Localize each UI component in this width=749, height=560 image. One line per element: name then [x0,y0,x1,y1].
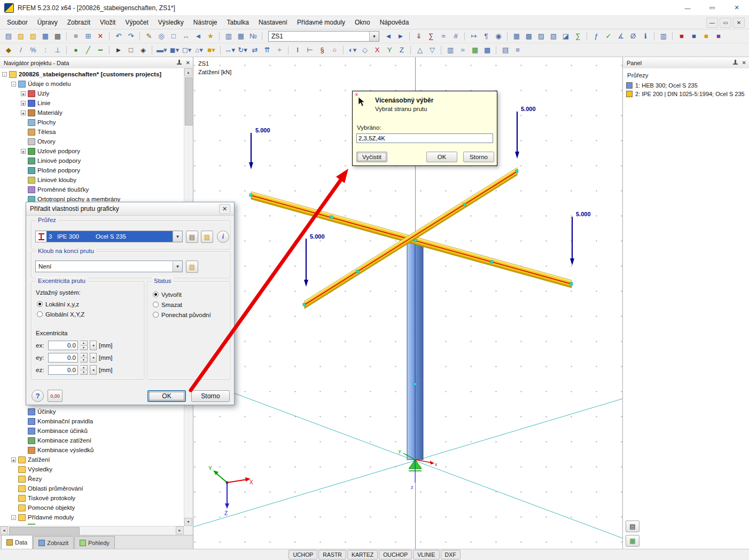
eccentricity-input[interactable]: 0.0 [48,353,78,362]
pin-icon[interactable] [176,60,182,66]
new-section-button[interactable] [201,231,213,243]
mdi-restore-button[interactable]: ▭ [720,18,731,28]
new-hinge-button[interactable] [186,261,198,273]
chevron-down-icon[interactable] [173,231,182,242]
menu-item[interactable]: Vložit [95,17,120,28]
status-toggle[interactable]: RASTR [318,550,346,559]
export-2[interactable]: ■ [688,30,700,42]
tree-item[interactable]: - Údaje o modelu [0,79,184,89]
reference-system-radio[interactable]: Lokální x,y,z [37,299,84,309]
tree-item[interactable]: Plochy [0,117,184,127]
scroll-left-icon[interactable] [0,526,8,534]
show-load-values[interactable]: ∑ [425,30,437,42]
export-4[interactable]: ■ [713,30,724,42]
column-member[interactable] [407,239,423,460]
scroll-up-icon[interactable] [184,68,192,76]
status-radio[interactable]: Vytvořit [153,289,211,299]
menu-item[interactable]: Úpravy [33,17,63,28]
ortho[interactable]: ⊥ [52,44,64,56]
tree-expander[interactable]: + [21,91,26,96]
delete[interactable]: ✕ [95,30,106,42]
close-icon[interactable]: ✕ [742,60,746,66]
status-toggle[interactable]: DXF [441,550,461,559]
guidelines[interactable]: / [15,44,27,56]
background[interactable]: ▩ [481,44,493,56]
eccentricity-input[interactable]: 0.0 [48,365,78,375]
view-y[interactable]: Y [384,44,395,56]
new-file[interactable]: ▤ [3,30,14,42]
navigator-tab[interactable]: Pohledy [74,536,115,549]
spinner[interactable] [80,353,88,362]
ok-button[interactable]: OK [147,390,186,402]
menu-item[interactable]: Výpočet [120,17,153,28]
tree-expander[interactable]: - [2,72,7,77]
close-button[interactable]: ✕ [724,0,749,15]
navigator-horizontal-scrollbar[interactable] [0,526,184,535]
render-transparent[interactable]: ▨ [535,30,547,42]
show-loads[interactable]: ⇓ [413,30,425,42]
tree-item[interactable]: Kombinace účinků [0,426,184,436]
selected-members-input[interactable] [356,133,493,143]
color-scale-button[interactable]: ▦ [626,535,639,547]
scrollbar-thumb[interactable] [185,77,193,125]
spinner[interactable] [80,341,88,350]
cross-section-combo[interactable]: 3 IPE 300 Ocel S 235 [35,231,183,242]
display-panel[interactable]: ▥ [658,30,669,42]
tree-expander[interactable]: - [11,82,16,86]
move-copy[interactable]: ↔▾ [224,44,237,56]
next-load-case[interactable]: ► [395,30,407,42]
dialog-close-button[interactable]: ✕ [219,204,230,214]
tree-item[interactable]: Kombinační pravidla [0,416,184,426]
tree-item[interactable]: + Uzly [0,89,184,98]
scroll-right-icon[interactable] [176,526,184,534]
menu-item[interactable]: Okno [350,17,375,28]
result-diagrams[interactable]: ≈ [457,44,469,56]
export-3[interactable]: ■ [700,30,712,42]
isometric-view[interactable]: △ [414,44,426,56]
model-generator[interactable]: ⌂▾ [193,44,205,56]
tree-item[interactable]: Liniové klouby [0,175,184,185]
open-project[interactable]: ▨ [15,30,27,42]
copy[interactable]: ⊞ [82,30,94,42]
tree-item[interactable]: Výsledky [0,464,184,474]
tree-item[interactable]: + Zatížení [0,455,184,464]
view-z[interactable]: Z [396,44,408,56]
snap-percent[interactable]: % [27,44,39,56]
cross-section-legend-item[interactable]: 1: HEB 300; Ocel S 235 [623,81,749,90]
render-wireframe[interactable]: ▦ [511,30,522,42]
chevron-down-icon[interactable] [369,31,379,41]
open-file[interactable]: ▧ [27,30,39,42]
redo[interactable]: ↷ [125,30,137,42]
cancel-button[interactable]: Storno [463,152,494,162]
tree-item[interactable]: + Materiály [0,108,184,117]
info[interactable]: ℹ [639,30,651,42]
member-section[interactable]: Ⅰ [292,44,303,56]
visibility[interactable]: ◐▾ [347,44,358,56]
generate[interactable]: ƒ [590,30,602,42]
navigator-tab[interactable]: Zobrazit [33,536,74,549]
menu-item[interactable]: Přídavné moduly [292,17,350,28]
eccentricity-input[interactable]: 0.0 [48,341,78,350]
tree-item[interactable]: Tělesa [0,127,184,137]
tree-item[interactable]: Kombinace výsledků [0,445,184,455]
units-settings-button[interactable]: 0,00 [48,390,63,402]
control-panel[interactable]: ▥ [444,44,456,56]
cross-section-legend-item[interactable]: 2: IPE 200 | DIN 1025-5:1994; Ocel S 235 [623,90,749,98]
chevron-down-icon[interactable] [173,261,182,272]
comment[interactable]: ¶ [480,30,492,42]
scrollbar-thumb[interactable] [9,527,80,535]
menu-item[interactable]: Tabulka [222,17,254,28]
previous-view[interactable]: ◄ [192,30,204,42]
print-preview[interactable]: ≡ [70,30,82,42]
table-settings[interactable]: ▦ [235,30,247,42]
tree-item[interactable]: RF-STEEL S... [0,522,184,525]
blocks[interactable]: ■▾ [206,44,217,56]
tree-item[interactable]: Pomocné objekty [0,503,184,512]
menu-item[interactable]: Výsledky [153,17,189,28]
extrude[interactable]: ⇈ [261,44,273,56]
spinner[interactable] [80,365,88,375]
dimensions[interactable]: ↦ [468,30,480,42]
print[interactable]: ▩ [52,30,64,42]
member-hinge[interactable]: ⊢ [304,44,316,56]
calculate[interactable]: ∑ [572,30,584,42]
